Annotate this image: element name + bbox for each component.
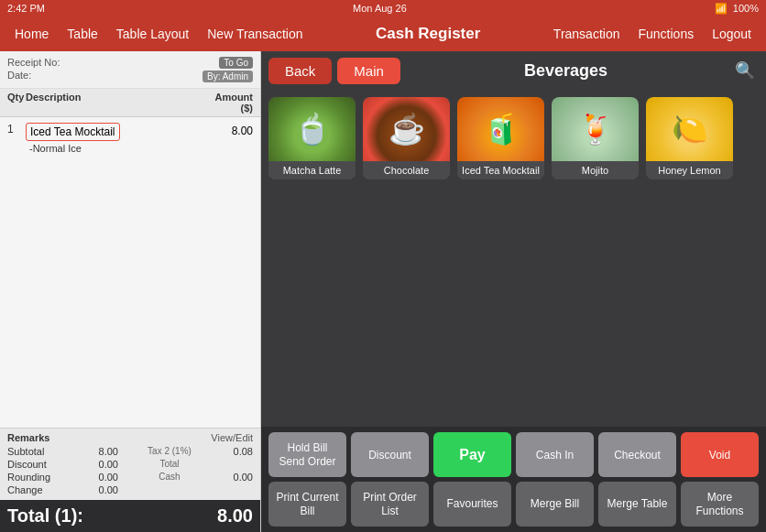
wifi-icon: 📶 [715,3,728,15]
nav-table-button[interactable]: Table [60,23,104,45]
receipt-no-label: Receipt No: [7,57,60,68]
menu-item-label: Iced Tea Mocktail [457,161,544,179]
print-current-bill-button[interactable]: Print Current Bill [268,482,346,527]
more-functions-button[interactable]: More Functions [681,482,759,527]
menu-item-img-honey-lemon: 🍋 [646,97,733,161]
right-panel: Back Main Beverages 🔍 🍵 Matcha Latte ☕ C… [261,51,766,532]
hold-bill-button[interactable]: Hold BillSend Order [268,432,346,477]
pay-button[interactable]: Pay [433,432,511,477]
menu-item-img-chocolate: ☕ [363,97,450,161]
nav-bar: Home Table Table Layout New Transaction … [0,16,766,51]
subtotal-row: Subtotal 8.00 Tax 2 (1%) 0.08 [7,445,253,458]
col-qty-header: Qty [7,92,26,114]
item-price: 8.00 [202,123,253,137]
total-value: 8.00 [217,505,253,527]
nav-functions-button[interactable]: Functions [630,23,701,45]
menu-item-mojito[interactable]: 🍹 Mojito [552,97,639,179]
discount-button[interactable]: Discount [351,432,429,477]
item-qty: 1 [7,123,26,136]
main-button[interactable]: Main [337,58,400,84]
menu-item-matcha-latte[interactable]: 🍵 Matcha Latte [268,97,356,179]
total-bar: Total (1): 8.00 [0,500,260,532]
nav-transaction-button[interactable]: Transaction [546,23,628,45]
nav-title: Cash Register [376,25,480,42]
nav-right: Transaction Functions Logout [546,23,759,45]
status-time: 2:42 PM [7,3,45,14]
menu-item-label: Mojito [552,161,639,179]
date-label: Date: [7,70,31,81]
nav-logout-button[interactable]: Logout [705,23,759,45]
remarks-label: Remarks [7,432,49,443]
total-label: Total (1): [7,505,83,527]
discount-row: Discount 0.00 Total [7,458,253,471]
action-bar: Hold BillSend Order Discount Pay Cash In… [261,427,766,532]
status-bar: 2:42 PM Mon Aug 26 📶 100% [0,0,766,16]
status-date: Mon Aug 26 [353,3,407,14]
rounding-row: Rounding 0.00 Cash 0.00 [7,471,253,483]
action-row-1: Hold BillSend Order Discount Pay Cash In… [268,432,759,477]
receipt-items: 1 Iced Tea Mocktail -Normal Ice 8.00 [0,117,260,428]
menu-item-img-matcha: 🍵 [268,97,356,161]
back-button[interactable]: Back [268,58,332,84]
merge-bill-button[interactable]: Merge Bill [516,482,594,527]
menu-item-chocolate[interactable]: ☕ Chocolate [363,97,450,179]
menu-item-honey-lemon[interactable]: 🍋 Honey Lemon [646,97,733,179]
nav-home-button[interactable]: Home [7,23,56,45]
item-name: Iced Tea Mocktail [26,123,120,141]
nav-table-layout-button[interactable]: Table Layout [109,23,196,45]
sub-nav: Back Main Beverages 🔍 [261,51,766,90]
col-headers: Qty Description Amount ($) [0,89,260,117]
item-desc: Iced Tea Mocktail -Normal Ice [26,123,202,154]
menu-item-iced-tea-mocktail[interactable]: 🧃 Iced Tea Mocktail [457,97,544,179]
checkout-button[interactable]: Checkout [598,432,676,477]
menu-item-img-mojito: 🍹 [552,97,639,161]
menu-item-label: Chocolate [363,161,450,179]
merge-table-button[interactable]: Merge Table [598,482,676,527]
main-layout: Receipt No: Date: To Go By: Admin Qty De… [0,51,766,532]
to-go-badge: To Go [219,57,253,69]
void-button[interactable]: Void [681,432,759,477]
search-icon: 🔍 [735,61,755,80]
view-edit-button[interactable]: View/Edit [211,432,253,443]
print-order-list-button[interactable]: Print Order List [351,482,429,527]
action-row-2: Print Current Bill Print Order List Favo… [268,482,759,527]
battery-status: 100% [733,3,759,14]
menu-item-label: Matcha Latte [268,161,356,179]
change-row: Change 0.00 [7,483,253,496]
admin-badge: By: Admin [202,71,253,82]
menu-grid: 🍵 Matcha Latte ☕ Chocolate 🧃 Iced Tea Mo… [261,90,766,427]
category-title: Beverages [406,61,726,81]
item-modifier: -Normal Ice [26,143,202,154]
favourites-button[interactable]: Favourites [433,482,511,527]
receipt-header: Receipt No: Date: To Go By: Admin [0,51,260,89]
col-amount-header: Amount ($) [202,92,253,114]
left-panel: Receipt No: Date: To Go By: Admin Qty De… [0,51,261,532]
nav-left: Home Table Table Layout New Transaction [7,23,311,45]
menu-item-img-iced-tea: 🧃 [457,97,544,161]
col-desc-header: Description [26,92,202,114]
menu-item-label: Honey Lemon [646,161,733,179]
table-row[interactable]: 1 Iced Tea Mocktail -Normal Ice 8.00 [0,121,260,156]
nav-new-transaction-button[interactable]: New Transaction [200,23,310,45]
search-icon-button[interactable]: 🔍 [731,57,759,84]
cash-in-button[interactable]: Cash In [516,432,594,477]
remarks-section: Remarks View/Edit Subtotal 8.00 Tax 2 (1… [0,428,260,500]
